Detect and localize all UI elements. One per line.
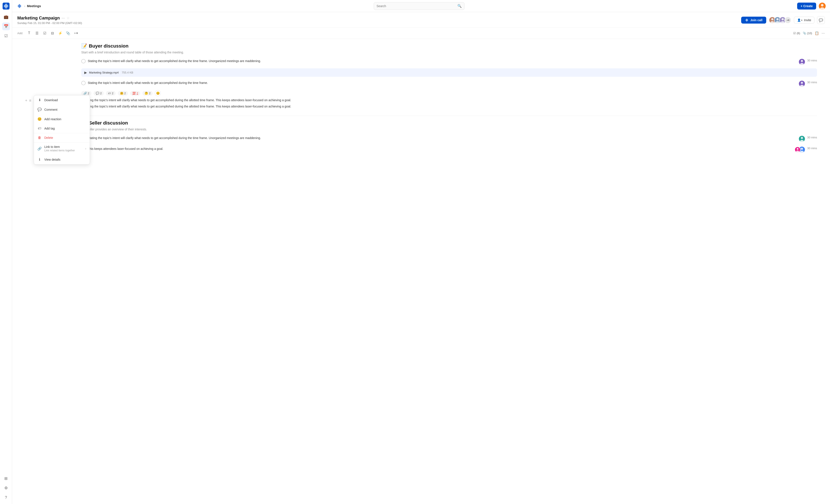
search-input[interactable] <box>377 4 456 8</box>
svg-point-3 <box>771 21 774 23</box>
toolbar-table-button[interactable]: ⊟ <box>49 30 56 36</box>
chat-button[interactable]: 💬 <box>817 16 825 24</box>
section1-heading: 📝 Buyer discussion <box>81 43 817 49</box>
toolbar-add-label: Add: <box>17 32 23 35</box>
task-text-3: Stating the topic's intent will clarify … <box>88 136 797 140</box>
context-menu-delete[interactable]: 🗑 Delete <box>34 133 90 143</box>
invite-label: Invite <box>804 19 811 22</box>
section1-subtitle: Start with a brief introduction and roun… <box>81 51 817 54</box>
svg-point-11 <box>800 85 804 87</box>
svg-point-5 <box>776 21 779 23</box>
delete-icon: 🗑 <box>37 136 42 140</box>
reaction-comment[interactable]: 💬 2 <box>94 91 104 96</box>
sidebar-item-settings[interactable]: ⚙ <box>2 484 10 492</box>
section-seller-discussion: 🤝 Seller discussion The seller provides … <box>81 120 817 154</box>
section-buyer-discussion: 📝 Buyer discussion Start with a brief in… <box>81 43 817 109</box>
file-size: 755.4 KB <box>122 71 133 74</box>
task-checkbox-2[interactable] <box>81 81 86 85</box>
sidebar-item-briefcase[interactable]: 💼 <box>2 13 10 21</box>
bullet-2: • Stating the topic's intent will clarif… <box>81 104 817 109</box>
invite-button[interactable]: 👤+ Invite <box>794 17 815 24</box>
section2-subtitle: The seller provides an overview of their… <box>81 128 817 131</box>
search-container: 🔍 <box>44 2 795 10</box>
nav-chevron-icon[interactable]: › <box>24 4 25 8</box>
section2-title: Seller discussion <box>89 120 128 126</box>
search-bar[interactable]: 🔍 <box>374 2 465 10</box>
attachments-badge[interactable]: 📎 (10) <box>803 32 812 35</box>
context-menu-view-details[interactable]: ℹ View details <box>34 155 90 164</box>
favorite-icon[interactable]: ☆ <box>67 16 70 20</box>
task-avatar-2 <box>799 81 805 87</box>
context-menu-comment[interactable]: 💬 Comment <box>34 105 90 115</box>
reaction-thinking[interactable]: 🤔 2 <box>142 91 153 96</box>
svg-point-13 <box>800 140 804 142</box>
sidebar-item-table[interactable]: ⊞ <box>2 475 10 482</box>
file-attachment[interactable]: ▶ Marketing Strategy.mp4 755.4 KB <box>81 68 817 77</box>
context-menu-add-reaction[interactable]: 😊 Add reaction <box>34 115 90 124</box>
task-checkbox-1[interactable] <box>81 59 86 63</box>
chevron-down-icon: ▾ <box>76 31 78 35</box>
view-details-label: View details <box>44 158 60 161</box>
reaction-link[interactable]: 🔗 2 <box>81 91 91 96</box>
toolbar-check-button[interactable]: ☑ <box>41 30 48 36</box>
reaction-hug[interactable]: 🤗 2 <box>118 91 128 96</box>
page-title: Marketing Campaign <box>17 15 60 21</box>
toolbar-list-button[interactable]: ☰ <box>33 30 40 36</box>
context-menu-add-tag[interactable]: 🏷 Add tag <box>34 124 90 133</box>
sidebar-narrow: 💼 📅 ☑ ⊞ ⚙ ? <box>0 0 12 504</box>
sidebar-item-calendar[interactable]: 📅 <box>2 23 10 30</box>
add-reaction-button[interactable]: 😊 <box>155 90 161 96</box>
add-row-button[interactable]: + ≡ <box>25 98 31 103</box>
tasks-badge[interactable]: ☑ (6) <box>793 32 800 35</box>
equals-icon: ≡ <box>29 98 32 103</box>
download-icon: ⬇ <box>37 98 42 102</box>
reaction-thinking-count: 2 <box>149 92 151 95</box>
add-reaction-label: Add reaction <box>44 117 61 121</box>
file-name: Marketing Strategy.mp4 <box>89 71 119 74</box>
toolbar-more-icon[interactable]: ··· <box>822 31 825 35</box>
page-header-left: Marketing Campaign ··· ☆ Sunday Feb 15, … <box>17 15 82 25</box>
toolbar-left: Add: T ☰ ☑ ⊟ ⚡ 📎 + ▾ <box>17 30 79 36</box>
toolbar-right: ☑ (6) 📎 (10) 📋 ··· <box>793 31 825 35</box>
section1-emoji: 📝 <box>81 43 87 49</box>
invite-icon: 👤+ <box>797 19 803 22</box>
add-tag-label: Add tag <box>44 127 55 130</box>
svg-point-17 <box>800 151 804 153</box>
create-button[interactable]: + Create <box>797 3 816 9</box>
reaction-row: 🔗 2 💬 2 🏷 2 🤗 2 💯 2 🤔 2 😊 <box>81 90 817 96</box>
link-icon: 🔗 <box>37 147 42 151</box>
section2-heading: 🤝 Seller discussion <box>81 120 817 126</box>
task-avatar-4a <box>795 147 801 153</box>
arrow-right-icon: › <box>85 147 86 150</box>
toolbar-text-button[interactable]: T <box>26 30 33 36</box>
page-more-icon[interactable]: ··· <box>62 16 65 20</box>
join-call-label: Join call <box>750 19 762 22</box>
toolbar-attach-button[interactable]: 📎 <box>65 30 71 36</box>
reaction-comment-count: 2 <box>100 92 102 95</box>
svg-point-8 <box>801 60 803 62</box>
svg-point-1 <box>820 7 824 9</box>
reaction-100[interactable]: 💯 2 <box>130 91 140 96</box>
reaction-tag[interactable]: 🏷 2 <box>106 91 116 96</box>
svg-point-2 <box>771 18 773 20</box>
sidebar-item-tasks[interactable]: ☑ <box>2 32 10 40</box>
add-row-area: + ≡ <box>25 98 31 105</box>
top-navigation: › Meetings 🔍 + Create <box>12 0 830 12</box>
file-icon: ▶ <box>84 70 87 74</box>
toolbar-doc-icon[interactable]: 📋 <box>815 31 819 35</box>
task-item-4: This keeps attendees laser-focused on ac… <box>81 145 817 154</box>
toolbar-more-options-button[interactable]: + ▾ <box>72 30 79 36</box>
page-header-right: Join call +4 👤+ Invite 💬 <box>741 16 825 24</box>
toolbar-filter-button[interactable]: ⚡ <box>57 30 64 36</box>
page-header: Marketing Campaign ··· ☆ Sunday Feb 15, … <box>12 12 830 28</box>
user-avatar[interactable] <box>819 3 826 9</box>
task-avatar-group <box>795 147 805 153</box>
bullet-1: • Stating the topic's intent will clarif… <box>81 98 817 102</box>
context-menu-download[interactable]: ⬇ Download <box>34 95 90 105</box>
task-item-2: Stating the topic's intent will clarify … <box>81 80 817 88</box>
svg-point-16 <box>801 148 803 150</box>
sidebar-item-help[interactable]: ? <box>2 494 10 501</box>
svg-point-12 <box>801 137 803 139</box>
join-call-button[interactable]: Join call <box>741 17 766 24</box>
context-menu-link-to-item[interactable]: 🔗 Link to item Link related items togeth… <box>34 143 90 155</box>
